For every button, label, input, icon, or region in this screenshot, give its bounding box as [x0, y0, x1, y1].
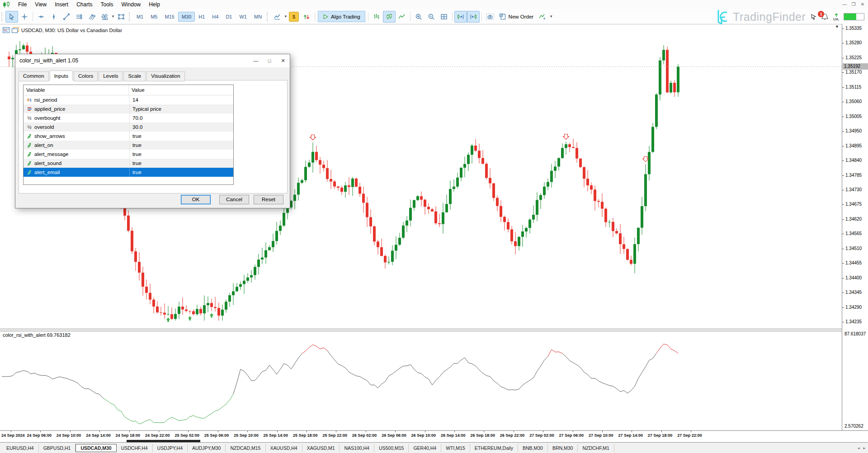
- mini-chart-icon[interactable]: [271, 11, 283, 23]
- notification-bell-icon[interactable]: 1: [821, 13, 829, 20]
- toolbar-drag-handle[interactable]: [129, 12, 131, 21]
- dialog-close-icon[interactable]: ✕: [276, 54, 290, 67]
- dialog-minimize-icon[interactable]: —: [249, 54, 263, 67]
- param-row-alert-sound[interactable]: alert_sound true: [24, 159, 233, 168]
- mini-chart-dropdown-icon[interactable]: ▼: [284, 14, 288, 19]
- tab-colors[interactable]: Colors: [74, 71, 98, 81]
- timeframe-m30[interactable]: M30: [178, 12, 195, 22]
- crosshair-tool-icon[interactable]: [18, 11, 31, 23]
- tabs-scroll-right-icon[interactable]: ▸: [863, 446, 865, 450]
- pointer-icon[interactable]: [810, 14, 816, 20]
- toolbar-drag-handle[interactable]: [1, 12, 4, 21]
- symbol-tab-audjpy-m30[interactable]: AUDJPY,M30: [188, 444, 226, 452]
- menu-charts[interactable]: Charts: [72, 0, 96, 9]
- symbol-tab-ethereum-daily[interactable]: ETHEREUM,Daily: [470, 444, 518, 452]
- quotes-grid-icon[interactable]: [3, 27, 9, 33]
- symbol-tab-nzdchf-m1[interactable]: NZDCHF,M1: [578, 444, 614, 452]
- price-scale[interactable]: 1.35192 87.618037 2.570262 1.353351.3528…: [842, 24, 868, 430]
- ok-button[interactable]: OK: [181, 195, 211, 204]
- zoom-out-icon[interactable]: [425, 11, 438, 23]
- menu-tools[interactable]: Tools: [97, 0, 118, 9]
- timeframe-m15[interactable]: M15: [161, 12, 178, 22]
- candlestick-chart-icon[interactable]: [383, 11, 396, 23]
- param-value[interactable]: 14: [129, 95, 233, 104]
- auto-scroll-icon[interactable]: [467, 11, 480, 23]
- param-value[interactable]: true: [129, 141, 233, 150]
- time-scale[interactable]: 24 Sep 202424 Sep 06:0024 Sep 10:0024 Se…: [0, 430, 868, 443]
- menu-insert[interactable]: Insert: [51, 0, 72, 9]
- indicators-dropdown-icon[interactable]: ▼: [549, 14, 553, 19]
- horizontal-line-tool-icon[interactable]: [35, 11, 47, 23]
- timeframe-m5[interactable]: M5: [147, 12, 161, 22]
- zoom-in-icon[interactable]: [412, 11, 425, 23]
- symbol-tab-brn-m30[interactable]: BRN,M30: [548, 444, 578, 452]
- param-value[interactable]: Typical price: [129, 104, 233, 113]
- symbol-tab-wti-m15[interactable]: WTI,M15: [441, 444, 470, 452]
- param-row-applied-price[interactable]: applied_price Typical price: [24, 104, 233, 113]
- symbol-tab-bnb-m30[interactable]: BNB,M30: [518, 444, 548, 452]
- timeframe-h1[interactable]: H1: [195, 12, 208, 22]
- menu-file[interactable]: File: [14, 0, 31, 9]
- cursor-tool-icon[interactable]: [5, 11, 18, 23]
- param-row-show-arrows[interactable]: show_arrows true: [24, 132, 233, 141]
- menu-window[interactable]: Window: [118, 0, 145, 9]
- tab-common[interactable]: Common: [19, 71, 49, 81]
- timeframe-h4[interactable]: H4: [208, 12, 222, 22]
- timeframe-mn[interactable]: MN: [250, 12, 265, 22]
- chart-shift-icon[interactable]: [454, 11, 467, 23]
- cancel-button[interactable]: Cancel: [219, 195, 249, 204]
- timeframe-m1[interactable]: M1: [133, 12, 147, 22]
- param-value[interactable]: true: [129, 168, 233, 177]
- symbol-tab-us500-m15[interactable]: US500,M15: [374, 444, 409, 452]
- indicator-pane[interactable]: color_rsi_with_alert 69.763182: [0, 330, 842, 429]
- symbol-tab-ger40-h4[interactable]: GER40,H4: [409, 444, 441, 452]
- timeframe-d1[interactable]: D1: [222, 12, 236, 22]
- toolbar-drag-handle[interactable]: [267, 12, 269, 21]
- reset-button[interactable]: Reset: [254, 195, 283, 204]
- tab-levels[interactable]: Levels: [99, 71, 123, 81]
- param-value[interactable]: true: [129, 150, 233, 159]
- dialog-titlebar[interactable]: color_rsi_with_alert 1.05 — □ ✕: [15, 54, 290, 67]
- param-value[interactable]: true: [129, 132, 233, 141]
- one-click-trading-icon[interactable]: $: [288, 11, 300, 23]
- chart-shift-marker[interactable]: ▼: [835, 24, 839, 29]
- param-value[interactable]: true: [129, 159, 233, 168]
- bar-chart-icon[interactable]: [370, 11, 383, 23]
- dialog-maximize-icon[interactable]: □: [263, 54, 276, 67]
- symbol-tab-xagusd-m1[interactable]: XAGUSD,M1: [302, 444, 340, 452]
- tab-scale[interactable]: Scale: [123, 71, 146, 81]
- symbol-tab-usdjpy-h4[interactable]: USDJPY,H4: [153, 444, 188, 452]
- shapes-dropdown-icon[interactable]: ▼: [111, 14, 115, 19]
- param-row-rsi-period[interactable]: 01 rsi_period 14: [24, 95, 233, 104]
- tile-windows-icon[interactable]: [438, 11, 450, 23]
- tabs-scroll-left-icon[interactable]: ◂: [858, 446, 860, 450]
- symbol-tab-eurusd-h4[interactable]: EURUSD,H4: [2, 444, 39, 452]
- restore-icon[interactable]: ❐: [849, 0, 858, 8]
- param-row-alert-message[interactable]: alert_message true: [24, 150, 233, 159]
- tab-visualization[interactable]: Visualization: [146, 71, 184, 81]
- symbol-tab-usdchf-h4[interactable]: USDCHF,H4: [117, 444, 153, 452]
- objects-tool-icon[interactable]: [115, 11, 127, 23]
- chart-windows-icon[interactable]: [12, 27, 19, 33]
- symbol-tab-xauusd-h4[interactable]: XAUUSD,H4: [266, 444, 302, 452]
- shapes-tool-icon[interactable]: [98, 11, 111, 23]
- trendline-tool-icon[interactable]: [60, 11, 73, 23]
- menu-view[interactable]: View: [31, 0, 51, 9]
- screenshot-icon[interactable]: [484, 11, 496, 23]
- new-order-button[interactable]: New Order: [496, 12, 537, 22]
- symbol-tab-nas100-h4[interactable]: NAS100,H4: [340, 444, 374, 452]
- param-row-overbought[interactable]: ½ overbought 70.0: [24, 113, 233, 123]
- param-row-oversold[interactable]: ½ oversold 30.0: [24, 123, 233, 132]
- channel-tool-icon[interactable]: [73, 11, 85, 23]
- indicators-icon[interactable]: [536, 11, 549, 23]
- param-value[interactable]: 30.0: [129, 123, 233, 132]
- symbol-tab-usdcad-m30[interactable]: USDCAD,M30: [75, 444, 116, 452]
- symbol-tab-nzdcad-m15[interactable]: NZDCAD,M15: [226, 444, 265, 452]
- line-chart-icon[interactable]: [396, 11, 408, 23]
- param-row-alert-email[interactable]: alert_email true: [24, 168, 233, 177]
- buy-sell-arrows-icon[interactable]: [300, 11, 313, 23]
- tab-inputs[interactable]: Inputs: [50, 71, 73, 80]
- close-icon[interactable]: ✕: [858, 0, 867, 8]
- algo-trading-button[interactable]: Algo Trading: [318, 11, 365, 22]
- symbol-tab-gbpusd-h1[interactable]: GBPUSD,H1: [39, 444, 76, 452]
